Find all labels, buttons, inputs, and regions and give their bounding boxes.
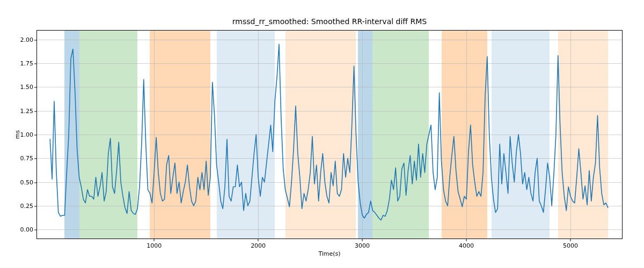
x-tick-label: 5000 bbox=[563, 242, 578, 249]
x-tick-mark bbox=[154, 239, 155, 241]
x-tick-mark bbox=[362, 239, 363, 241]
x-tick-label: 1000 bbox=[147, 242, 162, 249]
x-tick-mark bbox=[570, 239, 571, 241]
y-tick-mark bbox=[34, 206, 36, 206]
x-tick-mark bbox=[466, 239, 467, 241]
x-tick-label: 4000 bbox=[459, 242, 474, 249]
y-tick-label: 2.00 bbox=[20, 36, 34, 43]
y-tick-mark bbox=[34, 87, 36, 88]
y-tick-label: 1.75 bbox=[20, 60, 34, 67]
y-tick-label: 0.25 bbox=[20, 202, 34, 209]
figure: rmssd_rr_smoothed: Smoothed RR-interval … bbox=[0, 0, 644, 268]
y-tick-label: 1.25 bbox=[20, 107, 34, 114]
y-tick-mark bbox=[34, 64, 36, 64]
y-tick-mark bbox=[34, 40, 36, 40]
series-path bbox=[50, 44, 608, 220]
y-tick-mark bbox=[34, 182, 36, 183]
line-series bbox=[36, 30, 623, 239]
x-tick-label: 2000 bbox=[251, 242, 266, 249]
chart-title: rmssd_rr_smoothed: Smoothed RR-interval … bbox=[36, 17, 623, 26]
x-tick-mark bbox=[258, 239, 259, 241]
y-tick-mark bbox=[34, 111, 36, 111]
y-tick-label: 1.50 bbox=[20, 84, 34, 91]
y-tick-label: 0.00 bbox=[20, 226, 34, 233]
y-tick-mark bbox=[34, 230, 36, 230]
y-tick-label: 0.50 bbox=[20, 178, 34, 185]
y-tick-mark bbox=[34, 159, 36, 159]
chart-axes: rmssd_rr_smoothed: Smoothed RR-interval … bbox=[36, 30, 623, 239]
y-tick-label: 1.00 bbox=[20, 131, 34, 138]
y-tick-label: 0.75 bbox=[20, 155, 34, 162]
x-tick-label: 3000 bbox=[355, 242, 370, 249]
x-axis-label: Time(s) bbox=[36, 250, 623, 257]
y-tick-mark bbox=[34, 135, 36, 136]
